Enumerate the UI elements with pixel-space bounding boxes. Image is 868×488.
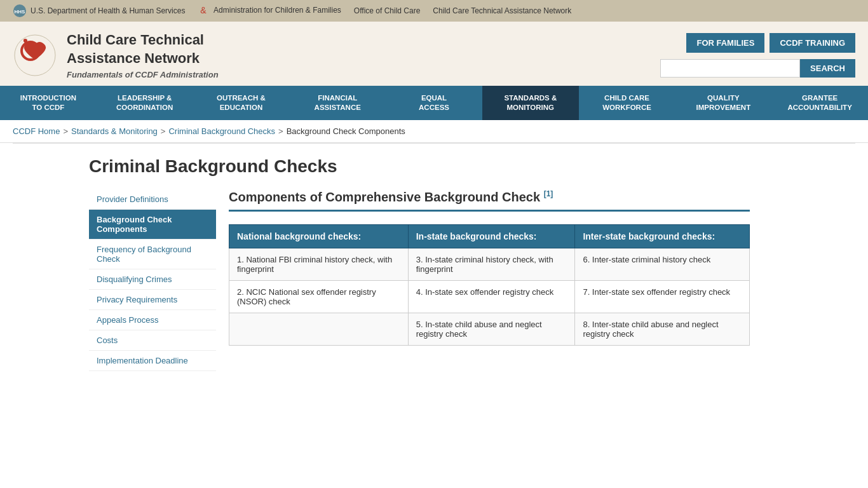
- breadcrumb-sep: >: [278, 126, 283, 136]
- svg-point-5: [24, 39, 27, 43]
- nav-item-leadership[interactable]: LEADERSHIP &COORDINATION: [97, 86, 193, 120]
- main-nav: INTRODUCTIONTO CCDFLEADERSHIP &COORDINAT…: [0, 86, 868, 120]
- breadcrumb-current: Background Check Components: [287, 126, 405, 136]
- sidebar: Provider DefinitionsBackground Check Com…: [89, 189, 216, 371]
- breadcrumb: CCDF Home>Standards & Monitoring>Crimina…: [0, 120, 868, 143]
- section-title-bar: Components of Comprehensive Background C…: [229, 189, 750, 212]
- breadcrumb-link[interactable]: Standards & Monitoring: [71, 126, 158, 136]
- logo-icon: [13, 33, 57, 78]
- sidebar-item-provider-def[interactable]: Provider Definitions: [89, 189, 216, 210]
- sidebar-item-bg-check-components[interactable]: Background Check Components: [89, 210, 216, 240]
- breadcrumb-link[interactable]: Criminal Background Checks: [168, 126, 275, 136]
- check-table: National background checks:In-state back…: [229, 224, 750, 346]
- nav-item-equal[interactable]: EQUALACCESS: [386, 86, 482, 120]
- cctan-label: Child Care Technical Assistance Network: [433, 6, 571, 15]
- sidebar-item-implementation[interactable]: Implementation Deadline: [89, 351, 216, 371]
- section-title: Components of Comprehensive Background C…: [229, 190, 553, 204]
- hhs-icon: HHS: [13, 4, 27, 18]
- nav-item-outreach[interactable]: OUTREACH &EDUCATION: [193, 86, 290, 120]
- acf-logo-area: & Administration for Children & Families: [198, 5, 341, 17]
- logo-text: Child Care Technical Assistance Network: [67, 31, 219, 67]
- sidebar-item-privacy[interactable]: Privacy Requirements: [89, 290, 216, 310]
- sidebar-item-appeals[interactable]: Appeals Process: [89, 310, 216, 330]
- table-cell: 3. In-state criminal history check, with…: [408, 248, 575, 280]
- header-buttons: FOR FAMILIES CCDF TRAINING: [686, 33, 855, 53]
- logo-area: Child Care Technical Assistance Network …: [13, 31, 219, 79]
- nav-item-grantee[interactable]: GRANTEEACCOUNTABILITY: [771, 86, 868, 120]
- table-cell: [229, 313, 409, 345]
- breadcrumb-sep: >: [161, 126, 166, 136]
- content-area: Provider DefinitionsBackground Check Com…: [89, 189, 750, 371]
- nav-item-standards[interactable]: STANDARDS &MONITORING: [482, 86, 579, 120]
- sidebar-item-costs[interactable]: Costs: [89, 330, 216, 351]
- search-area: SEARCH: [660, 59, 855, 78]
- nav-item-workforce[interactable]: CHILD CAREWORKFORCE: [579, 86, 675, 120]
- acf-icon: &: [198, 5, 209, 17]
- nav-item-financial[interactable]: FINANCIALASSISTANCE: [289, 86, 386, 120]
- top-bar: HHS U.S. Department of Health & Human Se…: [0, 0, 868, 22]
- search-button[interactable]: SEARCH: [800, 59, 855, 78]
- ccdf-training-button[interactable]: CCDF TRAINING: [770, 33, 855, 53]
- hhs-label: U.S. Department of Health & Human Servic…: [31, 6, 185, 15]
- table-cell: 4. In-state sex offender registry check: [408, 280, 575, 313]
- table-row: 2. NCIC National sex offender registry (…: [229, 280, 750, 313]
- table-row: 5. In-state child abuse and neglect regi…: [229, 313, 750, 345]
- table-cell: 5. In-state child abuse and neglect regi…: [408, 313, 575, 345]
- table-cell: 2. NCIC National sex offender registry (…: [229, 280, 409, 313]
- nav-item-intro[interactable]: INTRODUCTIONTO CCDF: [0, 86, 97, 120]
- header-right: FOR FAMILIES CCDF TRAINING SEARCH: [660, 33, 855, 78]
- acf-label: Administration for Children & Families: [214, 6, 341, 15]
- page-title: Criminal Background Checks: [89, 156, 750, 177]
- hhs-logo-area: HHS U.S. Department of Health & Human Se…: [13, 4, 185, 18]
- svg-text:&: &: [201, 5, 207, 15]
- table-header: In-state background checks:: [408, 224, 575, 248]
- header: Child Care Technical Assistance Network …: [0, 22, 868, 86]
- table-header: National background checks:: [229, 224, 409, 248]
- section-ref: [1]: [544, 189, 553, 198]
- nav-item-quality[interactable]: QUALITYIMPROVEMENT: [675, 86, 771, 120]
- sidebar-item-disqualifying[interactable]: Disqualifying Crimes: [89, 269, 216, 290]
- logo-subtitle: Fundamentals of CCDF Administration: [67, 70, 219, 79]
- table-cell: 6. Inter-state criminal history check: [575, 248, 750, 280]
- breadcrumb-sep: >: [63, 126, 68, 136]
- for-families-button[interactable]: FOR FAMILIES: [686, 33, 764, 53]
- table-cell: 7. Inter-state sex offender registry che…: [575, 280, 750, 313]
- table-cell: 8. Inter-state child abuse and neglect r…: [575, 313, 750, 345]
- svg-text:HHS: HHS: [15, 9, 26, 15]
- table-row: 1. National FBI criminal history check, …: [229, 248, 750, 280]
- page-content: Criminal Background Checks Provider Defi…: [0, 144, 763, 384]
- search-input[interactable]: [660, 59, 800, 78]
- table-header: Inter-state background checks:: [575, 224, 750, 248]
- occ-label: Office of Child Care: [354, 6, 421, 15]
- breadcrumb-link[interactable]: CCDF Home: [13, 126, 60, 136]
- sidebar-item-frequency[interactable]: Frequency of Background Check: [89, 240, 216, 269]
- table-cell: 1. National FBI criminal history check, …: [229, 248, 409, 280]
- main-content: Components of Comprehensive Background C…: [229, 189, 750, 371]
